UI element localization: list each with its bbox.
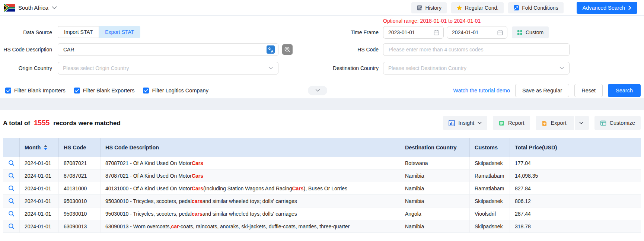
- exact-match-toggle[interactable]: [282, 44, 293, 55]
- filter-blank-importers-checkbox[interactable]: Filter Blank Importers: [5, 88, 66, 93]
- export-dropdown-chevron[interactable]: [574, 116, 583, 130]
- collapse-form-button[interactable]: [308, 86, 327, 95]
- custom-range-button[interactable]: Custom: [512, 26, 549, 38]
- row-total-price: 14,098.35: [510, 169, 641, 182]
- data-source-label: Data Source: [0, 26, 52, 39]
- insight-chart-icon: [449, 120, 455, 126]
- translate-icon[interactable]: A: [267, 45, 275, 54]
- row-hs-code: 87087021: [59, 157, 101, 169]
- form-actions: Watch the tutorial demo Save as Regular …: [453, 84, 641, 97]
- origin-country-label: Origin Country: [0, 62, 52, 74]
- row-detail-magnifier-icon[interactable]: [8, 172, 15, 179]
- advanced-search-button[interactable]: Advanced Search: [577, 2, 637, 14]
- custom-grid-icon: [517, 30, 523, 35]
- end-date-input[interactable]: 2024-01-01: [447, 26, 507, 39]
- regular-cond-label: Regular Cond.: [465, 5, 498, 11]
- insight-label: Insight: [458, 120, 474, 126]
- row-month: 2024-01-01: [20, 220, 59, 232]
- row-total-price: 806.12: [510, 195, 641, 207]
- report-button[interactable]: Report: [493, 116, 530, 130]
- row-destination-country: Namibia: [400, 220, 470, 232]
- row-description: 40131000 - Of A Kind Used On Motor Cars …: [101, 182, 400, 194]
- row-description: 87087021 - Of A Kind Used On Motor Cars: [101, 169, 400, 182]
- row-month: 2024-01-01: [20, 195, 59, 207]
- search-button[interactable]: Search: [608, 84, 641, 97]
- chevron-down-icon: [478, 122, 482, 124]
- row-month: 2024-01-01: [20, 182, 59, 194]
- hs-code-field: [383, 43, 570, 56]
- time-frame-fields: 2023-01-01 2024-01-01: [383, 26, 570, 39]
- row-detail-magnifier-icon[interactable]: [8, 160, 15, 166]
- header-destination-country: Destination Country: [400, 138, 470, 157]
- import-stat-tab[interactable]: Import STAT: [58, 26, 99, 38]
- fold-conditions-button[interactable]: Fold Conditions: [508, 2, 563, 13]
- form-row-data-source: Data Source Import STAT Export STAT Time…: [0, 26, 644, 39]
- search-form: Optional range: 2018-01-01 to 2024-01-01…: [0, 16, 644, 98]
- filter-checkboxes: Filter Blank Importers Filter Blank Expo…: [5, 84, 208, 97]
- country-selector[interactable]: South Africa: [4, 4, 57, 12]
- row-destination-country: Namibia: [400, 182, 470, 194]
- export-stat-tab[interactable]: Export STAT: [99, 26, 140, 38]
- chevron-down-icon: [559, 67, 564, 70]
- chevron-down-icon: [52, 6, 57, 9]
- save-as-regular-button[interactable]: Save as Regular: [515, 84, 569, 97]
- results-summary: A total of 1555 records were matched: [3, 119, 121, 127]
- destination-country-label: Destination Country: [313, 62, 379, 74]
- row-total-price: 318.78: [510, 220, 641, 232]
- topbar-actions: History Regular Cond. Fold Conditions Ad…: [411, 2, 637, 14]
- star-icon: [456, 5, 462, 11]
- summary-prefix: A total of: [3, 120, 30, 127]
- row-hs-code: 87087021: [59, 169, 101, 182]
- row-description: 95030010 - Tricycles, scooters, pedal ca…: [101, 207, 400, 220]
- checkbox-label: Filter Blank Exporters: [83, 88, 135, 93]
- filter-blank-exporters-checkbox[interactable]: Filter Blank Exporters: [74, 88, 135, 93]
- divider: [570, 4, 570, 12]
- table-row: 2024-01-01 87087021 87087021 - Of A Kind…: [3, 169, 641, 182]
- month-sort-control[interactable]: [44, 145, 47, 150]
- header-customs: Customs: [470, 138, 510, 157]
- start-date-input[interactable]: 2023-01-01: [383, 26, 444, 39]
- sort-desc-icon: [44, 148, 47, 150]
- history-icon: [417, 5, 423, 11]
- hs-code-input[interactable]: [388, 46, 566, 53]
- customize-table-icon: [600, 120, 606, 126]
- filter-logitics-company-checkbox[interactable]: Filter Logitics Company: [143, 88, 208, 93]
- header-hs-description: HS Code Description: [101, 138, 400, 157]
- hs-description-field: A: [58, 43, 278, 56]
- row-hs-code: 95030010: [59, 195, 101, 207]
- regular-cond-button[interactable]: Regular Cond.: [451, 2, 504, 13]
- customize-button[interactable]: Customize: [594, 116, 641, 130]
- row-customs: Skilpadsnek: [470, 195, 510, 207]
- topbar: South Africa History Regular Cond.: [0, 0, 644, 16]
- table-row: 2024-01-01 87087021 87087021 - Of A Kind…: [3, 157, 641, 169]
- checkbox-checked-icon: [5, 88, 11, 93]
- origin-country-select[interactable]: Please select Origin Country: [58, 62, 278, 74]
- reset-button[interactable]: Reset: [574, 84, 603, 97]
- chevron-down-icon: [268, 67, 273, 70]
- country-name: South Africa: [18, 4, 48, 11]
- history-button[interactable]: History: [411, 2, 447, 13]
- row-detail-magnifier-icon[interactable]: [8, 185, 15, 191]
- origin-country-placeholder: Please select Origin Country: [63, 65, 129, 71]
- insight-button[interactable]: Insight: [443, 116, 487, 130]
- header-total-price: Total Price(USD): [510, 138, 641, 157]
- row-detail-magnifier-icon[interactable]: [8, 223, 15, 229]
- hs-code-label: HS Code: [313, 43, 379, 56]
- optional-range-text: Optional range: 2018-01-01 to 2024-01-01: [383, 18, 481, 24]
- customize-label: Customize: [610, 120, 635, 126]
- tutorial-demo-link[interactable]: Watch the tutorial demo: [453, 88, 510, 93]
- export-button[interactable]: Export: [536, 116, 589, 130]
- destination-country-select[interactable]: Please select Destination Country: [383, 62, 570, 74]
- form-row-hs: HS Code Description A HS Cod: [0, 43, 644, 56]
- row-description: 63090013 - Worn overcoats, car-coats, ra…: [101, 220, 400, 232]
- svg-text:A: A: [271, 49, 274, 53]
- results-actions: Insight Report Export: [443, 116, 641, 130]
- fold-conditions-label: Fold Conditions: [522, 5, 558, 11]
- summary-suffix: records were matched: [53, 120, 120, 127]
- data-source-toggle: Import STAT Export STAT: [58, 26, 140, 38]
- row-detail-magnifier-icon[interactable]: [8, 210, 15, 217]
- hs-description-label: HS Code Description: [0, 43, 52, 56]
- south-africa-flag-icon: [4, 4, 15, 12]
- row-detail-magnifier-icon[interactable]: [8, 198, 15, 204]
- hs-description-input[interactable]: [63, 46, 264, 53]
